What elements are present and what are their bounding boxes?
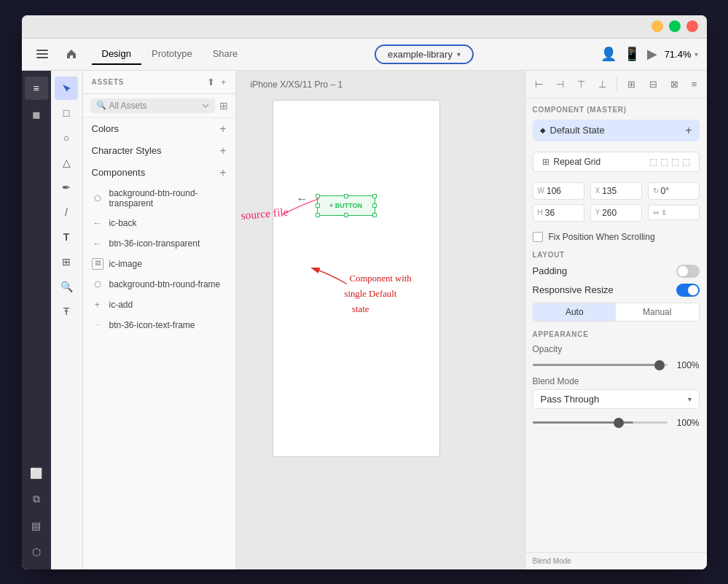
second-opacity-slider[interactable]	[533, 421, 668, 424]
fix-position-checkbox[interactable]	[533, 232, 543, 242]
minimize-button[interactable]	[651, 20, 663, 32]
resize-handle-br[interactable]	[372, 213, 377, 217]
align-left-icon[interactable]: ⊢	[532, 76, 546, 93]
default-state-label: Default State	[550, 125, 605, 136]
align-bottom-icon[interactable]: ⊠	[668, 76, 681, 93]
auto-button[interactable]: Auto	[533, 303, 617, 321]
padding-toggle[interactable]	[676, 265, 700, 278]
assets-icon[interactable]: ◼	[25, 103, 48, 126]
zoom-control[interactable]: 71.4% ▾	[665, 49, 698, 60]
add-color-icon[interactable]: +	[219, 122, 226, 136]
components-section[interactable]: Components +	[83, 162, 235, 184]
rotation-field[interactable]: ↻ 0°	[648, 182, 700, 200]
triangle-tool[interactable]: △	[55, 151, 78, 174]
copy3-icon[interactable]: ⬚	[671, 157, 679, 167]
align-middle-icon[interactable]: ⊟	[646, 76, 660, 93]
close-button[interactable]	[686, 20, 698, 32]
type-tool-2[interactable]: Ŧ	[55, 300, 78, 323]
height-field[interactable]: H 36	[533, 204, 584, 222]
rectangle-tool[interactable]: □	[55, 101, 78, 125]
list-item[interactable]: background-btn-round-transparent	[83, 184, 235, 213]
repeat-grid-label: Repeat Grid	[554, 157, 601, 167]
pen-tool[interactable]: ✒	[55, 176, 78, 199]
resize-handle-tl[interactable]	[316, 194, 320, 198]
library-selector[interactable]: example-library ▾	[375, 44, 474, 64]
device-icon[interactable]: 📱	[624, 46, 640, 62]
play-icon[interactable]: ▶	[647, 46, 657, 62]
select-tool[interactable]	[55, 77, 78, 100]
tab-design[interactable]: Design	[92, 44, 141, 65]
align-center-v-icon[interactable]: ⊥	[595, 76, 609, 93]
upload-icon[interactable]: ⬆	[207, 77, 215, 87]
blend-mode-select[interactable]: Pass Through ▾	[533, 389, 700, 409]
ellipse-tool[interactable]: ○	[55, 126, 78, 149]
maximize-button[interactable]	[669, 20, 681, 32]
menu-button[interactable]	[31, 42, 54, 66]
svg-point-1	[95, 281, 101, 287]
default-state-row[interactable]: ◆ Default State +	[533, 120, 700, 141]
button-component[interactable]: + BUTTON	[317, 195, 375, 216]
grid-view-icon[interactable]: ⊞	[219, 100, 228, 112]
align-top-icon[interactable]: ⊞	[625, 76, 638, 93]
plugin-icon[interactable]: ⬡	[25, 540, 48, 564]
resize-handle-ml[interactable]	[316, 203, 320, 208]
repeat-grid-button[interactable]: ⊞ Repeat Grid ⬚ ⬚ ⬚ ⬚	[533, 152, 700, 172]
text-tool[interactable]: T	[55, 225, 78, 249]
responsive-resize-toggle[interactable]	[676, 284, 700, 297]
list-item[interactable]: ← ic-back	[83, 213, 235, 233]
resize-handle-bl[interactable]	[316, 213, 320, 217]
component-list: background-btn-round-transparent ← ic-ba…	[83, 184, 235, 569]
y-field[interactable]: Y 260	[590, 204, 642, 222]
character-styles-label: Character Styles	[92, 145, 162, 156]
character-styles-section[interactable]: Character Styles +	[83, 140, 235, 162]
zoom-value: 71.4%	[665, 49, 692, 60]
list-item[interactable]: + ic-add	[83, 295, 235, 315]
add-icon[interactable]: +	[221, 77, 227, 87]
add-char-style-icon[interactable]: +	[219, 144, 226, 157]
resize-handle-tm[interactable]	[344, 194, 348, 198]
search-input[interactable]: 🔍 All Assets	[90, 98, 215, 113]
distribute-icon[interactable]: ≡	[689, 76, 700, 93]
home-button[interactable]	[60, 42, 83, 66]
x-field[interactable]: X 135	[590, 182, 642, 200]
width-field[interactable]: W 106	[533, 182, 584, 200]
tab-share[interactable]: Share	[203, 44, 248, 65]
x-label: X	[595, 187, 600, 195]
component-tool[interactable]: ⊞	[55, 250, 78, 273]
add-state-button[interactable]: +	[685, 124, 692, 137]
align-right-icon[interactable]: ⊤	[574, 76, 588, 93]
layers2-icon[interactable]: ▤	[25, 514, 48, 537]
copy2-icon[interactable]: ⬚	[660, 157, 668, 167]
user-icon[interactable]: 👤	[600, 46, 617, 62]
tab-prototype[interactable]: Prototype	[141, 44, 203, 65]
search-placeholder: All Assets	[109, 101, 147, 111]
component-name: background-btn-round-transparent	[109, 188, 227, 209]
dimensions-section: W 106 X 135 ↻ 0°	[533, 182, 700, 222]
opacity-slider[interactable]	[533, 364, 668, 366]
bottom-blend-mode-label: Blend Mode	[533, 557, 700, 565]
chevron-down-icon: ▾	[694, 50, 698, 58]
list-item[interactable]: ··· btn-36-icon-text-frame	[83, 315, 235, 335]
canvas-frame-label: iPhone X/XS/11 Pro – 1	[251, 79, 343, 90]
list-item[interactable]: background-btn-round-frame	[83, 274, 235, 295]
copy-icon[interactable]: ⬚	[649, 157, 657, 167]
canvas-area[interactable]: iPhone X/XS/11 Pro – 1 ← + BUTTON	[236, 71, 525, 569]
zoom-tool[interactable]: 🔍	[55, 275, 78, 298]
resize-handle-tr[interactable]	[372, 194, 377, 198]
line-tool[interactable]: /	[55, 200, 78, 224]
stack-icon[interactable]: ⧉	[25, 488, 48, 511]
manual-button[interactable]: Manual	[616, 303, 699, 321]
component-icon	[92, 192, 103, 204]
resize-handle-mr[interactable]	[372, 203, 377, 208]
copy4-icon[interactable]: ⬚	[682, 157, 690, 167]
list-item[interactable]: ← btn-36-icon-transparent	[83, 233, 235, 254]
colors-section[interactable]: Colors +	[83, 118, 235, 140]
add-component-icon[interactable]: +	[219, 166, 226, 179]
component-name: background-btn-round-frame	[109, 279, 221, 289]
flip-field[interactable]: ⇔ ⇕	[648, 205, 700, 220]
list-item[interactable]: 🖼 ic-image	[83, 254, 235, 274]
align-center-h-icon[interactable]: ⊣	[553, 76, 567, 93]
frame-icon[interactable]: ⬜	[25, 462, 48, 485]
layers-icon[interactable]: ≡	[25, 77, 48, 100]
resize-handle-bm[interactable]	[344, 213, 348, 217]
